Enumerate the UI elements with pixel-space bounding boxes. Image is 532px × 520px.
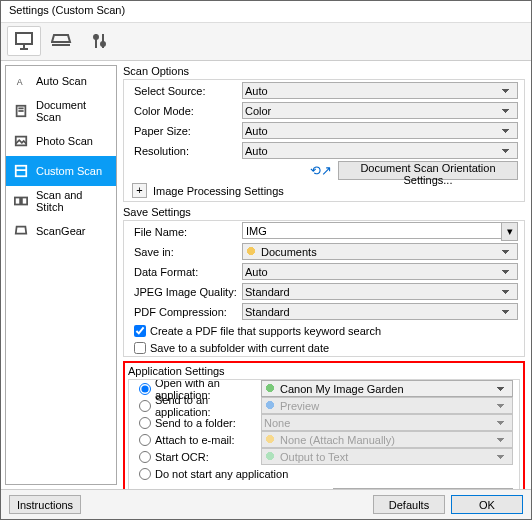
attach-email-label: Attach to e-mail: [155,434,234,446]
select-source-label: Select Source: [124,85,242,97]
stitch-icon [14,194,28,208]
scan-options-label: Scan Options [123,65,525,77]
instructions-button[interactable]: Instructions [9,495,81,514]
sidebar-item-custom-scan[interactable]: Custom Scan [6,156,116,186]
sidebar: A Auto Scan Document Scan Photo Scan Cus… [5,65,117,485]
toolbar-general-settings[interactable] [83,26,117,56]
content-pane: Scan Options Select Source: Auto Color M… [117,61,531,489]
do-not-start-label: Do not start any application [155,468,288,480]
settings-window: Settings (Custom Scan) A Auto Scan Docum… [0,0,532,520]
sidebar-item-label: Custom Scan [36,165,102,177]
send-folder-dropdown[interactable]: None [261,414,513,431]
app-settings-label: Application Settings [128,365,520,377]
send-folder-radio[interactable] [139,417,151,429]
subfolder-label: Save to a subfolder with current date [150,342,329,354]
pdf-keyword-label: Create a PDF file that supports keyword … [150,325,381,337]
attach-email-dropdown[interactable]: None (Attach Manually) [261,431,513,448]
sidebar-item-label: Document Scan [36,99,108,123]
svg-rect-16 [22,198,27,205]
doc-orientation-button[interactable]: Document Scan Orientation Settings... [338,161,518,180]
document-icon [14,104,28,118]
application-settings-group: Application Settings Open with an applic… [123,361,525,489]
file-name-label: File Name: [124,226,242,238]
jpeg-quality-label: JPEG Image Quality: [124,286,242,298]
subfolder-checkbox[interactable] [134,342,146,354]
scangear-icon [14,224,28,238]
paper-size-dropdown[interactable]: Auto [242,122,518,139]
save-settings-group: Save Settings File Name: ▾ Save in: Docu… [123,206,525,357]
send-app-dropdown[interactable]: Preview [261,397,513,414]
photo-icon [14,134,28,148]
tools-icon [89,32,111,50]
start-ocr-radio[interactable] [139,451,151,463]
save-settings-label: Save Settings [123,206,525,218]
sidebar-item-label: Scan and Stitch [36,189,108,213]
monitor-icon [13,32,35,50]
toolbar-scan-from-panel[interactable] [45,26,79,56]
toolbar-scan-from-computer[interactable] [7,26,41,56]
toolbar [1,23,531,61]
svg-text:A: A [17,77,23,87]
sidebar-item-auto-scan[interactable]: A Auto Scan [6,66,116,96]
pdf-keyword-checkbox[interactable] [134,325,146,337]
reset-icon[interactable]: ⟲↗ [310,163,332,178]
scan-options-group: Scan Options Select Source: Auto Color M… [123,65,525,202]
open-app-dropdown[interactable]: Canon My Image Garden [261,380,513,397]
sidebar-item-label: Photo Scan [36,135,93,147]
select-source-dropdown[interactable]: Auto [242,82,518,99]
custom-icon [14,164,28,178]
data-format-label: Data Format: [124,266,242,278]
sidebar-item-photo-scan[interactable]: Photo Scan [6,126,116,156]
defaults-button[interactable]: Defaults [373,495,445,514]
color-mode-label: Color Mode: [124,105,242,117]
attach-email-radio[interactable] [139,434,151,446]
auto-icon: A [14,74,28,88]
sidebar-item-label: ScanGear [36,225,86,237]
paper-size-label: Paper Size: [124,125,242,137]
do-not-start-radio[interactable] [139,468,151,480]
save-in-dropdown[interactable]: Documents [242,243,518,260]
sidebar-item-scangear[interactable]: ScanGear [6,216,116,246]
file-name-dropdown-button[interactable]: ▾ [501,222,518,241]
svg-rect-15 [15,198,20,205]
file-name-input[interactable] [242,222,502,239]
start-ocr-label: Start OCR: [155,451,209,463]
resolution-label: Resolution: [124,145,242,157]
ok-button[interactable]: OK [451,495,523,514]
color-mode-dropdown[interactable]: Color [242,102,518,119]
save-in-label: Save in: [124,246,242,258]
pdf-compression-label: PDF Compression: [124,306,242,318]
sidebar-item-label: Auto Scan [36,75,87,87]
start-ocr-dropdown[interactable]: Output to Text [261,448,513,465]
svg-rect-0 [16,33,32,44]
send-app-label: Send to an application: [155,394,257,418]
sidebar-item-document-scan[interactable]: Document Scan [6,96,116,126]
image-processing-label: Image Processing Settings [153,185,284,197]
scanner-icon [51,32,73,50]
send-app-radio[interactable] [139,400,151,412]
more-functions-button[interactable]: More Functions [333,488,513,489]
expand-image-processing[interactable]: + [132,183,147,198]
titlebar: Settings (Custom Scan) [1,1,531,23]
window-title: Settings (Custom Scan) [9,4,125,16]
sidebar-item-scan-stitch[interactable]: Scan and Stitch [6,186,116,216]
send-folder-label: Send to a folder: [155,417,236,429]
data-format-dropdown[interactable]: Auto [242,263,518,280]
pdf-compression-dropdown[interactable]: Standard [242,303,518,320]
resolution-dropdown[interactable]: Auto [242,142,518,159]
jpeg-quality-dropdown[interactable]: Standard [242,283,518,300]
footer: Instructions Defaults OK [1,489,531,519]
